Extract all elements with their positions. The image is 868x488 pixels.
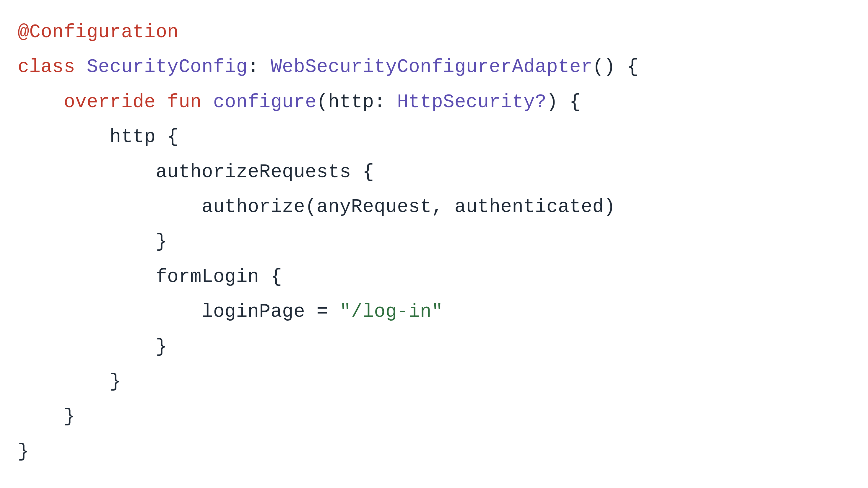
code-token-ident: } bbox=[156, 336, 167, 358]
code-token-keyword: class bbox=[18, 56, 87, 78]
code-token-ident: http { bbox=[110, 126, 179, 148]
code-token-ident: } bbox=[18, 441, 29, 462]
code-line: } bbox=[18, 336, 167, 358]
code-token-keyword: override bbox=[64, 92, 167, 113]
code-line: authorize(anyRequest, authenticated) bbox=[18, 196, 615, 218]
code-line: formLogin { bbox=[18, 266, 282, 288]
code-token-string: "/log-in" bbox=[339, 301, 443, 322]
code-token-type: SecurityConfig bbox=[87, 56, 248, 78]
code-line: } bbox=[18, 406, 75, 427]
code-token-ident: : bbox=[248, 56, 271, 78]
code-block: @Configuration class SecurityConfig: Web… bbox=[0, 0, 868, 484]
code-token-ident: } bbox=[110, 371, 121, 392]
code-token-type: configure bbox=[213, 92, 316, 113]
code-line: } bbox=[18, 231, 167, 252]
code-line: class SecurityConfig: WebSecurityConfigu… bbox=[18, 56, 639, 78]
code-token-ident: () { bbox=[592, 56, 639, 78]
code-line: loginPage = "/log-in" bbox=[18, 301, 443, 322]
code-token-ident: ) { bbox=[547, 92, 581, 113]
code-line: authorizeRequests { bbox=[18, 161, 374, 183]
code-line: } bbox=[18, 441, 29, 462]
code-token-type: WebSecurityConfigurerAdapter bbox=[271, 56, 592, 78]
code-token-annotation: @Configuration bbox=[18, 22, 179, 43]
code-token-ident: } bbox=[64, 406, 75, 427]
code-token-ident: loginPage = bbox=[202, 301, 340, 322]
code-line: http { bbox=[18, 126, 179, 148]
code-token-ident: formLogin { bbox=[156, 266, 282, 288]
code-token-type: HttpSecurity? bbox=[397, 92, 547, 113]
code-token-ident: authorize(anyRequest, authenticated) bbox=[202, 196, 616, 218]
code-line: } bbox=[18, 371, 121, 392]
code-line: @Configuration bbox=[18, 22, 179, 43]
code-token-ident: } bbox=[156, 231, 167, 252]
code-token-ident: authorizeRequests { bbox=[156, 161, 374, 183]
code-token-ident: (http: bbox=[317, 92, 397, 113]
code-line: override fun configure(http: HttpSecurit… bbox=[18, 92, 581, 113]
code-token-keyword: fun bbox=[167, 92, 213, 113]
